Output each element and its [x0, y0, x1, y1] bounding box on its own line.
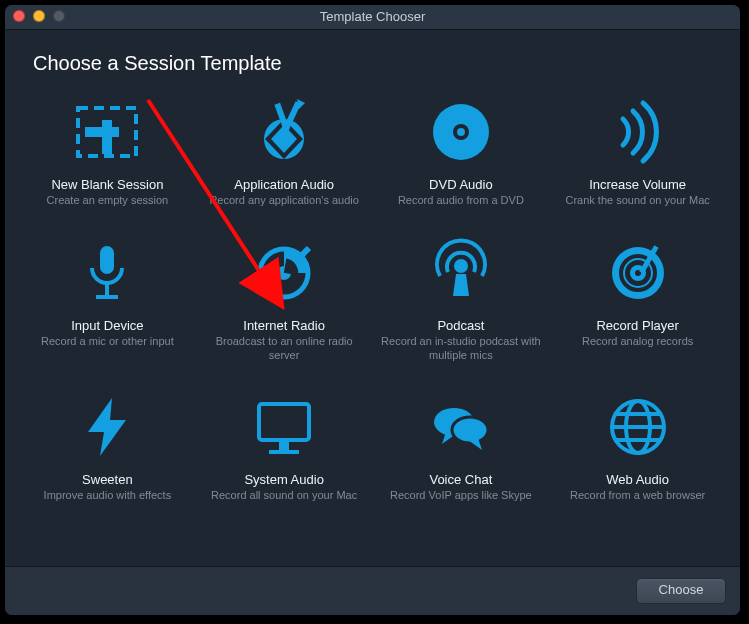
svg-rect-27	[279, 442, 289, 450]
template-title: Record Player	[555, 318, 720, 333]
dvd-icon	[379, 89, 544, 175]
new-blank-icon	[25, 89, 190, 175]
template-desc: Create an empty session	[27, 194, 187, 208]
svg-rect-12	[100, 246, 114, 274]
volume-icon	[555, 89, 720, 175]
system-icon	[202, 384, 367, 470]
svg-point-17	[454, 259, 468, 273]
template-volume[interactable]: Increase Volume Crank the sound on your …	[549, 83, 726, 212]
template-title: Increase Volume	[555, 177, 720, 192]
radio-icon	[202, 230, 367, 316]
template-new-blank[interactable]: New Blank Session Create an empty sessio…	[19, 83, 196, 212]
voice-chat-icon	[379, 384, 544, 470]
record-player-icon	[555, 230, 720, 316]
web-icon	[555, 384, 720, 470]
footer-bar: Choose	[5, 566, 740, 615]
template-voice-chat[interactable]: Voice Chat Record VoIP apps like Skype	[373, 378, 550, 507]
svg-rect-4	[95, 127, 119, 137]
template-record-player[interactable]: Record Player Record analog records	[549, 224, 726, 367]
template-desc: Broadcast to an online radio server	[204, 335, 364, 363]
svg-rect-13	[105, 283, 109, 295]
application-icon	[202, 89, 367, 175]
template-title: Internet Radio	[202, 318, 367, 333]
template-system[interactable]: System Audio Record all sound on your Ma…	[196, 378, 373, 507]
template-mic[interactable]: Input Device Record a mic or other input	[19, 224, 196, 367]
template-desc: Record an in-studio podcast with multipl…	[381, 335, 541, 363]
template-chooser-window: Template Chooser Choose a Session Templa…	[5, 5, 740, 615]
template-desc: Crank the sound on your Mac	[558, 194, 718, 208]
template-title: Web Audio	[555, 472, 720, 487]
template-dvd[interactable]: DVD Audio Record audio from a DVD	[373, 83, 550, 212]
svg-rect-26	[259, 404, 309, 440]
template-desc: Record VoIP apps like Skype	[381, 489, 541, 503]
template-desc: Record audio from a DVD	[381, 194, 541, 208]
template-desc: Record a mic or other input	[27, 335, 187, 349]
template-title: Sweeten	[25, 472, 190, 487]
template-desc: Record all sound on your Mac	[204, 489, 364, 503]
mic-icon	[25, 230, 190, 316]
template-title: System Audio	[202, 472, 367, 487]
svg-rect-28	[269, 450, 299, 454]
titlebar: Template Chooser	[5, 5, 740, 30]
template-sweeten[interactable]: Sweeten Improve audio with effects	[19, 378, 196, 507]
template-web[interactable]: Web Audio Record from a web browser	[549, 378, 726, 507]
svg-marker-25	[88, 398, 126, 456]
template-application[interactable]: Application Audio Record any application…	[196, 83, 373, 212]
window-controls	[13, 10, 65, 22]
svg-point-11	[457, 128, 465, 136]
template-title: Voice Chat	[379, 472, 544, 487]
minimize-icon[interactable]	[33, 10, 45, 22]
template-desc: Improve audio with effects	[27, 489, 187, 503]
template-grid: New Blank Session Create an empty sessio…	[5, 79, 740, 507]
svg-point-31	[452, 417, 488, 443]
choose-button[interactable]: Choose	[636, 578, 726, 604]
template-title: New Blank Session	[25, 177, 190, 192]
template-desc: Record from a web browser	[558, 489, 718, 503]
window-title: Template Chooser	[320, 9, 426, 24]
template-desc: Record any application's audio	[204, 194, 364, 208]
sweeten-icon	[25, 384, 190, 470]
zoom-icon[interactable]	[53, 10, 65, 22]
template-desc: Record analog records	[558, 335, 718, 349]
template-title: DVD Audio	[379, 177, 544, 192]
template-title: Application Audio	[202, 177, 367, 192]
close-icon[interactable]	[13, 10, 25, 22]
template-podcast[interactable]: Podcast Record an in-studio podcast with…	[373, 224, 550, 367]
podcast-icon	[379, 230, 544, 316]
svg-rect-14	[96, 295, 118, 299]
template-radio[interactable]: Internet Radio Broadcast to an online ra…	[196, 224, 373, 367]
page-title: Choose a Session Template	[5, 30, 740, 79]
template-title: Podcast	[379, 318, 544, 333]
template-title: Input Device	[25, 318, 190, 333]
